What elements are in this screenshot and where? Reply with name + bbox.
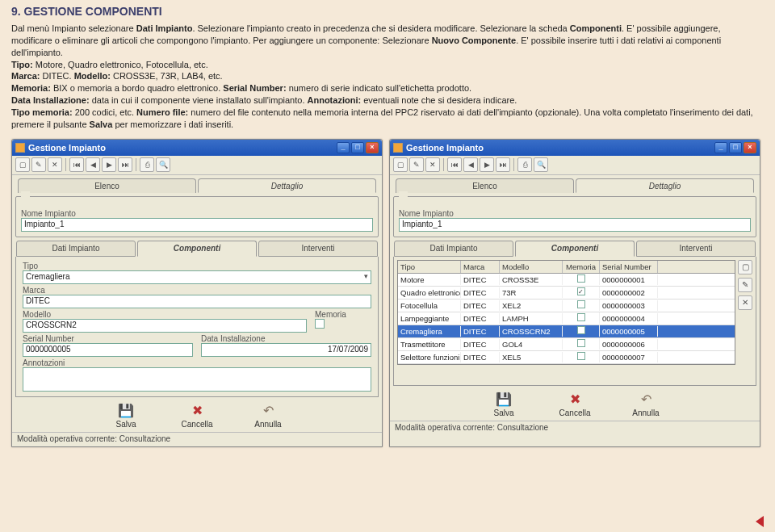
window-title: Gestione Impianto <box>406 143 484 153</box>
nome-impianto-label: Nome Impianto <box>399 209 751 218</box>
table-row[interactable]: FotocellulaDITECXEL20000000003 <box>398 300 735 312</box>
search-icon[interactable]: 🔍 <box>534 157 548 172</box>
toolbar: ▢ ✎ ✕ ⏮ ◀ ▶ ⏭ ⎙ 🔍 <box>12 156 382 175</box>
componenti-datagrid[interactable]: Tipo Marca Modello Memoria Serial Number… <box>397 260 735 365</box>
last-icon[interactable]: ⏭ <box>496 157 510 172</box>
next-icon[interactable]: ▶ <box>480 157 494 172</box>
table-row[interactable]: Selettore funzioniDITECXEL50000000007 <box>398 351 735 364</box>
componenti-grid-panel: Tipo Marca Modello Memoria Serial Number… <box>393 257 756 386</box>
nome-impianto-label: Nome Impianto <box>21 209 373 218</box>
tab-dati-impianto[interactable]: Dati Impianto <box>16 241 136 257</box>
status-bar: Modalità operativa corrente: Consultazio… <box>390 421 760 435</box>
section-title-text: GESTIONE COMPONENTI <box>24 5 162 18</box>
toolbar: ▢ ✎ ✕ ⏮ ◀ ▶ ⏭ ⎙ 🔍 <box>390 156 760 175</box>
memoria-checkbox[interactable] <box>315 319 325 329</box>
print-icon[interactable]: ⎙ <box>517 157 532 172</box>
delete-icon[interactable]: ✕ <box>425 157 440 172</box>
table-row[interactable]: CremaglieraDITECCROSSCRN20000000005 <box>398 325 735 338</box>
titlebar: Gestione Impianto _ □ × <box>12 140 382 156</box>
app-icon <box>393 143 403 153</box>
tab-dettaglio[interactable]: Dettaglio <box>576 178 754 193</box>
next-icon[interactable]: ▶ <box>102 157 116 172</box>
undo-button[interactable]: ↶Annulla <box>241 402 295 429</box>
minimize-button[interactable]: _ <box>337 142 350 153</box>
maximize-button[interactable]: □ <box>729 142 742 153</box>
serial-label: Serial Number <box>23 334 193 343</box>
tab-componenti[interactable]: Componenti <box>137 241 257 257</box>
first-icon[interactable]: ⏮ <box>69 157 84 172</box>
cancel-button[interactable]: ✖Cancella <box>170 402 224 429</box>
table-row[interactable]: LampeggianteDITECLAMPH0000000004 <box>398 312 735 325</box>
prev-icon[interactable]: ◀ <box>86 157 100 172</box>
tipo-select[interactable]: Cremagliera <box>23 270 371 284</box>
row-new-button[interactable]: ▢ <box>738 260 752 274</box>
status-bar: Modalità operativa corrente: Consultazio… <box>12 432 382 446</box>
table-row[interactable]: MotoreDITECCROSS3E0000000001 <box>398 274 735 287</box>
new-icon[interactable]: ▢ <box>393 157 408 172</box>
data-inst-input[interactable]: 17/07/2009 <box>201 343 371 357</box>
table-row[interactable]: TrasmettitoreDITECGOL40000000006 <box>398 338 735 351</box>
modello-label: Modello <box>23 310 307 319</box>
nome-impianto-value[interactable]: Impianto_1 <box>399 218 751 232</box>
first-icon[interactable]: ⏮ <box>447 157 462 172</box>
window-title: Gestione Impianto <box>28 143 106 153</box>
tab-dati-impianto[interactable]: Dati Impianto <box>394 241 513 257</box>
print-icon[interactable]: ⎙ <box>140 157 154 172</box>
row-edit-button[interactable]: ✎ <box>738 278 752 292</box>
tab-dettaglio[interactable]: Dettaglio <box>198 178 376 193</box>
save-button[interactable]: 💾Salva <box>477 391 530 417</box>
tab-elenco[interactable]: Elenco <box>18 178 196 193</box>
minimize-button[interactable]: _ <box>714 142 727 153</box>
marca-label: Marca <box>23 286 371 295</box>
tab-interventi[interactable]: Interventi <box>636 241 756 257</box>
body-paragraph: Dal menù Impianto selezionare Dati Impia… <box>11 23 764 131</box>
new-icon[interactable]: ▢ <box>15 157 30 172</box>
data-inst-label: Data Installazione <box>201 334 371 343</box>
window-componenti-grid: Gestione Impianto _ □ × ▢ ✎ ✕ ⏮ ◀ ▶ ⏭ ⎙ … <box>389 139 760 447</box>
search-icon[interactable]: 🔍 <box>156 157 170 172</box>
save-icon: 💾 <box>99 402 153 420</box>
close-button[interactable]: × <box>744 142 756 153</box>
serial-input[interactable]: 0000000005 <box>23 343 193 357</box>
annotazioni-label: Annotazioni <box>23 358 371 367</box>
nome-impianto-value[interactable]: Impianto_1 <box>21 218 373 232</box>
open-icon[interactable]: ✎ <box>31 157 46 172</box>
annotazioni-input[interactable] <box>23 367 371 392</box>
table-row[interactable]: Quadro elettronicoDITEC73R0000000002 <box>398 287 735 300</box>
cancel-button[interactable]: ✖Cancella <box>548 391 601 417</box>
maximize-button[interactable]: □ <box>351 142 364 153</box>
delete-icon[interactable]: ✕ <box>48 157 62 172</box>
titlebar: Gestione Impianto _ □ × <box>390 140 760 156</box>
delete-icon: ✖ <box>170 402 224 420</box>
datagrid-header: Tipo Marca Modello Memoria Serial Number <box>398 261 735 274</box>
app-icon <box>15 143 25 153</box>
section-heading: 9. GESTIONE COMPONENTI <box>11 5 764 18</box>
window-componenti-form: Gestione Impianto _ □ × ▢ ✎ ✕ ⏮ ◀ ▶ ⏭ ⎙ … <box>11 139 383 447</box>
memoria-label: Memoria <box>315 310 371 319</box>
page-nav-prev-icon[interactable] <box>756 516 764 527</box>
undo-icon: ↶ <box>241 402 295 420</box>
prev-icon[interactable]: ◀ <box>463 157 478 172</box>
tab-elenco[interactable]: Elenco <box>396 178 574 193</box>
tab-interventi[interactable]: Interventi <box>258 241 378 257</box>
tipo-label: Tipo <box>23 262 371 270</box>
undo-icon: ↶ <box>619 391 672 408</box>
tab-componenti[interactable]: Componenti <box>515 241 635 257</box>
open-icon[interactable]: ✎ <box>409 157 424 172</box>
modello-input[interactable]: CROSSCRN2 <box>23 319 307 333</box>
componenti-form-panel: Tipo Cremagliera Marca DITEC Modello CRO… <box>15 257 379 397</box>
save-button[interactable]: 💾Salva <box>99 402 153 429</box>
undo-button[interactable]: ↶Annulla <box>619 391 672 417</box>
save-icon: 💾 <box>477 391 530 408</box>
close-button[interactable]: × <box>366 142 379 153</box>
last-icon[interactable]: ⏭ <box>118 157 132 172</box>
marca-input[interactable]: DITEC <box>23 295 371 308</box>
section-number: 9. <box>11 5 21 18</box>
row-delete-button[interactable]: ✕ <box>738 295 752 310</box>
delete-icon: ✖ <box>548 391 601 408</box>
